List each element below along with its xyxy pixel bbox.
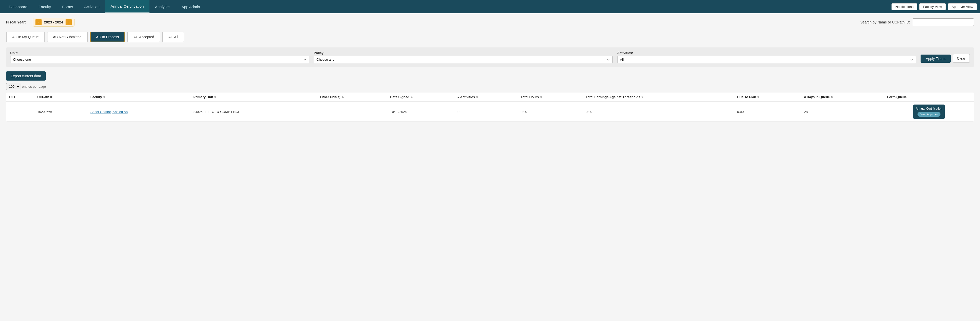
export-row: Export current data — [6, 72, 974, 81]
cell-total-hours: 0.00 — [517, 102, 582, 122]
nav-item-dashboard[interactable]: Dashboard — [3, 0, 33, 13]
cell-activities: 0 — [455, 102, 518, 122]
policy-filter-label: Policy: — [314, 51, 613, 55]
sort-icon-faculty: ⇅ — [103, 96, 105, 99]
th-date-signed[interactable]: Date Signed ⇅ — [387, 92, 455, 102]
entries-row: 102550100 entries per page — [6, 83, 974, 90]
th-total-earnings[interactable]: Total Earnings Against Thresholds ⇅ — [582, 92, 734, 102]
form-queue-badge[interactable]: Annual Certification Dean Approver — [913, 105, 945, 119]
th-total-hours[interactable]: Total Hours ⇅ — [517, 92, 582, 102]
cell-due-to-plan: 0.00 — [734, 102, 801, 122]
cell-faculty[interactable]: Abdel-Ghaffar, Khaled As — [87, 102, 190, 122]
search-input[interactable] — [913, 18, 974, 26]
entries-per-page-select[interactable]: 102550100 — [6, 83, 21, 90]
th-days-queue[interactable]: # Days in Queue ⇅ — [801, 92, 884, 102]
policy-filter-group: Policy: Choose any — [314, 51, 613, 63]
table-row: 10209666Abdel-Ghaffar, Khaled As24025 - … — [6, 102, 974, 122]
nav-action-faculty-view[interactable]: Faculty View — [919, 3, 945, 10]
cell-days-queue: 28 — [801, 102, 884, 122]
nav-item-forms[interactable]: Forms — [57, 0, 79, 13]
th-uid: UID — [6, 92, 34, 102]
cell-total-earnings: 0.00 — [582, 102, 734, 122]
unit-filter-group: Unit: Choose one — [10, 51, 309, 63]
tab-ac-not-submitted[interactable]: AC Not Submitted — [47, 32, 88, 42]
clear-filters-button[interactable]: Clear — [953, 54, 970, 63]
filter-actions: Apply Filters Clear — [921, 54, 970, 63]
nav-item-analytics[interactable]: Analytics — [150, 0, 176, 13]
cell-uid — [6, 102, 34, 122]
nav-item-app-admin[interactable]: App Admin — [176, 0, 206, 13]
tab-ac-accepted[interactable]: AC Accepted — [127, 32, 160, 42]
th-activities[interactable]: # Activities ⇅ — [455, 92, 518, 102]
nav-action-approver-view[interactable]: Approver View — [948, 3, 977, 10]
sort-icon-activities: ⇅ — [476, 96, 478, 99]
form-queue-label: Annual Certification — [916, 106, 942, 111]
navbar: DashboardFacultyFormsActivitiesAnnual Ce… — [0, 0, 980, 13]
unit-filter-label: Unit: — [10, 51, 309, 55]
search-area: Search by Name or UCPath ID: — [861, 18, 974, 26]
th-form-queue: Form/Queue — [884, 92, 974, 102]
tab-ac-all[interactable]: AC All — [162, 32, 184, 42]
data-table: UIDUCPath IDFaculty ⇅Primary Unit ⇅Other… — [6, 92, 974, 122]
fiscal-year-row: Fiscal Year: ‹ 2023 - 2024 › Search by N… — [6, 18, 974, 27]
table-header-row: UIDUCPath IDFaculty ⇅Primary Unit ⇅Other… — [6, 92, 974, 102]
navbar-actions: NotificationsFaculty ViewApprover View — [891, 3, 977, 10]
faculty-link[interactable]: Abdel-Ghaffar, Khaled As — [90, 110, 127, 114]
sort-icon-date-signed: ⇅ — [410, 96, 412, 99]
fiscal-next-button[interactable]: › — [65, 19, 72, 25]
nav-item-faculty[interactable]: Faculty — [33, 0, 56, 13]
main-content: Fiscal Year: ‹ 2023 - 2024 › Search by N… — [0, 13, 980, 126]
nav-item-annual-certification[interactable]: Annual Certification — [105, 0, 149, 13]
table-header: UIDUCPath IDFaculty ⇅Primary Unit ⇅Other… — [6, 92, 974, 102]
fiscal-year-value: 2023 - 2024 — [44, 20, 63, 24]
filter-bar: Unit: Choose one Policy: Choose any Acti… — [6, 48, 974, 67]
sort-icon-days-queue: ⇅ — [831, 96, 833, 99]
search-label: Search by Name or UCPath ID: — [861, 20, 910, 24]
activities-filter-group: Activities: All — [617, 51, 916, 63]
apply-filters-button[interactable]: Apply Filters — [921, 54, 950, 63]
data-table-container: UIDUCPath IDFaculty ⇅Primary Unit ⇅Other… — [6, 92, 974, 122]
th-faculty[interactable]: Faculty ⇅ — [87, 92, 190, 102]
th-ucpath-id: UCPath ID — [34, 92, 87, 102]
cell-form-queue[interactable]: Annual Certification Dean Approver — [884, 102, 974, 122]
tabs-row: AC In My QueueAC Not SubmittedAC In Proc… — [6, 32, 974, 42]
entries-label: entries per page — [22, 85, 46, 89]
sort-icon-total-hours: ⇅ — [540, 96, 542, 99]
export-button[interactable]: Export current data — [6, 72, 46, 81]
form-queue-sub-badge: Dean Approver — [918, 112, 940, 117]
th-primary-unit[interactable]: Primary Unit ⇅ — [190, 92, 317, 102]
cell-other-units — [317, 102, 387, 122]
cell-primary-unit: 24025 - ELECT & COMP ENGR — [190, 102, 317, 122]
unit-filter-select[interactable]: Choose one — [10, 56, 309, 63]
fiscal-prev-button[interactable]: ‹ — [35, 19, 41, 25]
sort-icon-other-units: ⇅ — [342, 96, 344, 99]
sort-icon-total-earnings: ⇅ — [641, 96, 643, 99]
th-due-to-plan[interactable]: Due To Plan ⇅ — [734, 92, 801, 102]
nav-action-notifications[interactable]: Notifications — [891, 3, 917, 10]
sort-icon-primary-unit: ⇅ — [214, 96, 216, 99]
fiscal-year-box: ‹ 2023 - 2024 › — [33, 18, 75, 27]
tab-ac-in-process[interactable]: AC In Process — [90, 32, 125, 42]
th-other-units[interactable]: Other Unit(s) ⇅ — [317, 92, 387, 102]
tab-ac-in-my-queue[interactable]: AC In My Queue — [6, 32, 45, 42]
fiscal-year-label: Fiscal Year: — [6, 20, 26, 24]
sort-icon-due-to-plan: ⇅ — [757, 96, 759, 99]
nav-links: DashboardFacultyFormsActivitiesAnnual Ce… — [3, 0, 891, 13]
activities-filter-label: Activities: — [617, 51, 916, 55]
cell-ucpath-id: 10209666 — [34, 102, 87, 122]
nav-item-activities[interactable]: Activities — [79, 0, 105, 13]
cell-date-signed: 10/13/2024 — [387, 102, 455, 122]
policy-filter-select[interactable]: Choose any — [314, 56, 613, 63]
activities-filter-select[interactable]: All — [617, 56, 916, 63]
table-body: 10209666Abdel-Ghaffar, Khaled As24025 - … — [6, 102, 974, 122]
